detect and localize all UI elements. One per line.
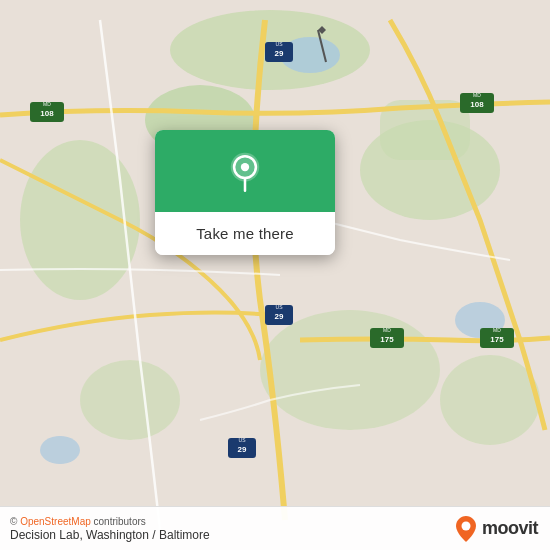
moovit-logo: moovit bbox=[455, 515, 538, 543]
svg-point-38 bbox=[461, 521, 470, 530]
footer-bar: © OpenStreetMap contributors Decision La… bbox=[0, 506, 550, 550]
svg-point-4 bbox=[260, 310, 440, 430]
moovit-brand-text: moovit bbox=[482, 518, 538, 539]
svg-text:MD: MD bbox=[383, 327, 391, 333]
svg-point-5 bbox=[80, 360, 180, 440]
svg-text:MD: MD bbox=[43, 101, 51, 107]
svg-point-37 bbox=[241, 163, 249, 171]
osm-attribution: © OpenStreetMap contributors bbox=[10, 516, 146, 527]
osm-prefix: © bbox=[10, 516, 20, 527]
svg-point-6 bbox=[440, 355, 540, 445]
svg-text:29: 29 bbox=[275, 49, 284, 58]
svg-text:175: 175 bbox=[380, 335, 394, 344]
footer-left: © OpenStreetMap contributors Decision La… bbox=[10, 516, 210, 542]
svg-text:MD: MD bbox=[493, 327, 501, 333]
svg-text:MD: MD bbox=[473, 92, 481, 98]
svg-text:29: 29 bbox=[275, 312, 284, 321]
moovit-pin-icon bbox=[455, 515, 477, 543]
svg-text:29: 29 bbox=[238, 445, 247, 454]
map-background: 29 US 29 US 29 US 108 MD 108 MD 175 MD 1… bbox=[0, 0, 550, 550]
card-header bbox=[155, 130, 335, 212]
osm-suffix: contributors bbox=[91, 516, 146, 527]
take-me-there-button[interactable]: Take me there bbox=[155, 212, 335, 255]
svg-text:175: 175 bbox=[490, 335, 504, 344]
map-container: 29 US 29 US 29 US 108 MD 108 MD 175 MD 1… bbox=[0, 0, 550, 550]
location-card: Take me there bbox=[155, 130, 335, 255]
location-pin-icon bbox=[224, 152, 266, 194]
svg-text:US: US bbox=[239, 437, 247, 443]
svg-text:US: US bbox=[276, 41, 284, 47]
svg-text:108: 108 bbox=[470, 100, 484, 109]
osm-link[interactable]: OpenStreetMap bbox=[20, 516, 91, 527]
location-label: Decision Lab, Washington / Baltimore bbox=[10, 528, 210, 542]
svg-point-11 bbox=[40, 436, 80, 464]
svg-text:US: US bbox=[276, 304, 284, 310]
svg-text:108: 108 bbox=[40, 109, 54, 118]
